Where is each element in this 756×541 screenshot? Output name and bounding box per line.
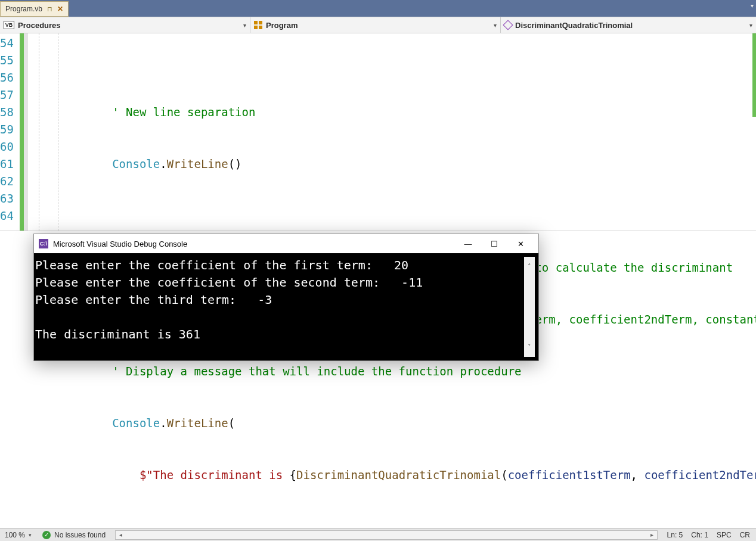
code-token: ' Display a message that will include th… bbox=[112, 365, 521, 378]
minimize-button[interactable]: — bbox=[455, 235, 481, 253]
indent-guide bbox=[39, 33, 39, 231]
console-output[interactable]: Please enter the coefficient of the firs… bbox=[34, 257, 524, 357]
document-tab-strip: Program.vb ⊓ ✕ ▾ bbox=[0, 0, 756, 17]
zoom-dropdown[interactable]: 100 % ▾ bbox=[0, 531, 36, 539]
scope-dropdown[interactable]: VB Procedures ▾ bbox=[0, 17, 250, 33]
console-scrollbar[interactable]: ˄ ˅ bbox=[524, 257, 535, 357]
caret-position: Ln: 5 Ch: 1 SPC CR bbox=[661, 531, 756, 539]
code-editor[interactable]: 54 55 56 57 58 59 60 61 62 63 64 ' New l… bbox=[0, 33, 756, 231]
line-number: 64 bbox=[0, 207, 14, 225]
class-dropdown[interactable]: Program ▾ bbox=[250, 17, 501, 33]
check-icon: ✓ bbox=[42, 531, 51, 539]
chevron-down-icon: ▾ bbox=[494, 22, 497, 29]
line-number: 57 bbox=[0, 86, 14, 104]
code-token: ( bbox=[228, 416, 235, 430]
status-lineending[interactable]: CR bbox=[740, 531, 750, 539]
document-tab-program-vb[interactable]: Program.vb ⊓ ✕ bbox=[0, 1, 69, 17]
code-token: { bbox=[290, 468, 296, 481]
console-body: Please enter the coefficient of the firs… bbox=[34, 253, 538, 360]
scroll-right-icon[interactable]: ▸ bbox=[647, 531, 657, 538]
code-token: $"The discriminant is bbox=[140, 468, 290, 481]
line-number: 56 bbox=[0, 69, 14, 86]
chevron-down-icon: ▾ bbox=[243, 22, 246, 29]
line-number: 63 bbox=[0, 190, 14, 207]
class-label: Program bbox=[266, 21, 298, 30]
scope-label: Procedures bbox=[18, 21, 61, 30]
status-indent[interactable]: SPC bbox=[717, 531, 732, 539]
scroll-down-icon[interactable]: ˅ bbox=[528, 337, 531, 357]
line-number: 54 bbox=[0, 35, 14, 52]
zoom-value: 100 % bbox=[5, 531, 25, 539]
member-dropdown[interactable]: DiscriminantQuadraticTrinomial ▾ bbox=[501, 17, 756, 33]
status-bar: 100 % ▾ ✓ No issues found ◂ ▸ Ln: 5 Ch: … bbox=[0, 528, 756, 541]
close-icon[interactable]: ✕ bbox=[57, 5, 63, 13]
code-token: () bbox=[228, 157, 242, 170]
line-number-gutter: 54 55 56 57 58 59 60 61 62 63 64 bbox=[0, 33, 20, 231]
line-number: 55 bbox=[0, 52, 14, 69]
tab-label: Program.vb bbox=[5, 5, 42, 13]
tab-overflow-icon[interactable]: ▾ bbox=[751, 2, 754, 9]
horizontal-scrollbar[interactable]: ◂ ▸ bbox=[115, 530, 657, 540]
status-column: Ch: 1 bbox=[691, 531, 708, 539]
issues-status[interactable]: ✓ No issues found bbox=[36, 531, 111, 539]
close-button[interactable]: ✕ bbox=[507, 235, 534, 253]
console-app-icon: C:\ bbox=[39, 239, 48, 248]
code-token: DiscriminantQuadraticTrinomial bbox=[296, 468, 501, 481]
method-icon bbox=[503, 20, 513, 30]
code-token: WriteLine bbox=[167, 157, 228, 170]
navigation-bar: VB Procedures ▾ Program ▾ DiscriminantQu… bbox=[0, 17, 756, 33]
line-number: 59 bbox=[0, 121, 14, 138]
code-token: , bbox=[631, 468, 645, 481]
scroll-left-icon[interactable]: ◂ bbox=[116, 531, 125, 538]
line-number: 60 bbox=[0, 138, 14, 156]
vb-file-icon: VB bbox=[4, 21, 14, 29]
console-titlebar[interactable]: C:\ Microsoft Visual Studio Debug Consol… bbox=[34, 234, 538, 253]
line-number: 58 bbox=[0, 104, 14, 121]
code-token: ( bbox=[501, 468, 507, 481]
maximize-button[interactable]: ☐ bbox=[481, 235, 507, 253]
code-token: Console bbox=[112, 157, 160, 170]
chevron-down-icon: ▾ bbox=[749, 22, 752, 29]
code-token: coefficient2ndTerm bbox=[644, 468, 756, 481]
chevron-down-icon: ▾ bbox=[29, 532, 32, 538]
indent-guide bbox=[58, 33, 58, 231]
code-token: WriteLine bbox=[167, 416, 228, 430]
scroll-up-icon[interactable]: ˄ bbox=[528, 257, 531, 276]
module-icon bbox=[254, 21, 262, 29]
line-number: 62 bbox=[0, 173, 14, 190]
console-title-text: Microsoft Visual Studio Debug Console bbox=[53, 240, 187, 248]
member-label: DiscriminantQuadraticTrinomial bbox=[515, 21, 633, 30]
code-token: coefficient1stTerm bbox=[508, 468, 631, 481]
status-line: Ln: 5 bbox=[667, 531, 683, 539]
line-number: 61 bbox=[0, 156, 14, 173]
issues-text: No issues found bbox=[54, 531, 106, 539]
code-token: . bbox=[160, 416, 166, 430]
code-token: Console bbox=[112, 416, 160, 430]
code-token: . bbox=[160, 157, 166, 170]
code-token: ' New line separation bbox=[112, 105, 255, 119]
pin-icon[interactable]: ⊓ bbox=[47, 5, 52, 13]
debug-console-window[interactable]: C:\ Microsoft Visual Studio Debug Consol… bbox=[33, 234, 539, 361]
code-area[interactable]: ' New line separation Console.WriteLine(… bbox=[28, 33, 756, 231]
change-stripe bbox=[20, 33, 28, 231]
